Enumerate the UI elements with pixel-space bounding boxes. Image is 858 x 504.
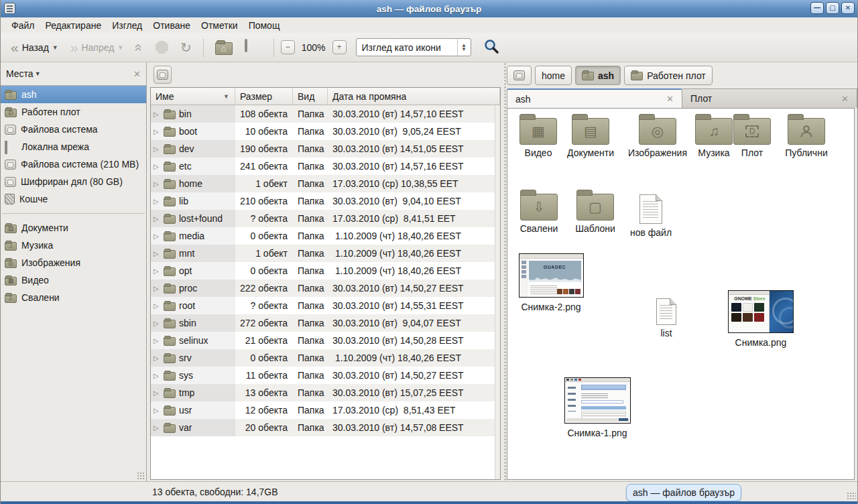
- sidebar-item-11[interactable]: ▦Видео: [1, 271, 146, 289]
- sidebar-item-1[interactable]: DРаботен плот: [1, 103, 146, 121]
- sidebar-mode-chevron-icon[interactable]: ▼: [35, 70, 41, 77]
- window-menu-icon[interactable]: [4, 3, 15, 14]
- column-header-0[interactable]: Име▼: [151, 88, 235, 105]
- expander-icon[interactable]: ▷: [154, 337, 160, 344]
- file-item-list[interactable]: list: [641, 298, 691, 338]
- expander-icon[interactable]: ▷: [154, 111, 160, 118]
- expander-icon[interactable]: ▷: [154, 145, 160, 153]
- view-mode-select[interactable]: Изглед като икони ▲▼: [356, 38, 471, 56]
- file-item-Снимка-1.png[interactable]: Снимка-1.png: [562, 377, 632, 438]
- path-button-Работен плот[interactable]: Работен плот: [624, 66, 713, 85]
- home-button[interactable]: [210, 38, 237, 58]
- expander-icon[interactable]: ▷: [154, 198, 160, 205]
- table-row[interactable]: ▷mnt1 обектПапка 1.10.2009 (чт) 18,40,26…: [151, 245, 495, 262]
- menu-item-2[interactable]: Изглед: [107, 19, 147, 32]
- column-header-3[interactable]: Дата на промяна: [328, 88, 500, 105]
- zoom-in-button[interactable]: +: [332, 40, 347, 54]
- folder-item-Шаблони[interactable]: ▢Шаблони: [566, 188, 625, 234]
- zoom-out-button[interactable]: −: [281, 40, 295, 54]
- table-row[interactable]: ▷lib210 обектаПапка30.03.2010 (вт) 9,04,…: [151, 192, 495, 210]
- sidebar-resize-grip[interactable]: [137, 472, 145, 480]
- reload-button[interactable]: ↻: [176, 39, 196, 56]
- table-row[interactable]: ▷boot10 обектаПапка30.03.2010 (вт) 9,05,…: [151, 123, 495, 140]
- expander-icon[interactable]: ▷: [154, 389, 160, 397]
- menu-item-5[interactable]: Помощ: [243, 19, 286, 32]
- icon-view[interactable]: ▦Видео▤Документи◎Изображения♫МузикаDПлот…: [507, 108, 855, 480]
- sidebar-item-8[interactable]: ▤Документи: [1, 219, 146, 237]
- titlebar[interactable]: ash — файлов браузър — ▢ ✕: [1, 0, 857, 17]
- sidebar-item-12[interactable]: ⇩Свалени: [1, 289, 146, 306]
- sidebar-item-5[interactable]: Шифриран дял (80 GB): [1, 173, 146, 190]
- file-item-нов файл[interactable]: нов файл: [621, 188, 680, 238]
- expander-icon[interactable]: ▷: [154, 407, 160, 414]
- sidebar-item-9[interactable]: ♫Музика: [1, 237, 146, 254]
- maximize-button[interactable]: ▢: [826, 2, 839, 14]
- expander-icon[interactable]: ▷: [154, 372, 160, 379]
- table-row[interactable]: ▷tmp13 обектаПапка30.03.2010 (вт) 15,07,…: [151, 384, 495, 401]
- menu-item-1[interactable]: Редактиране: [40, 19, 107, 32]
- sidebar-item-2[interactable]: Файлова система: [1, 121, 146, 138]
- table-row[interactable]: ▷home1 обектПапка17.03.2010 (ср) 10,38,5…: [151, 175, 495, 192]
- expander-icon[interactable]: ▷: [154, 180, 160, 188]
- expander-icon[interactable]: ▷: [154, 250, 160, 257]
- table-row[interactable]: ▷sys11 обектаПапка30.03.2010 (вт) 14,50,…: [151, 367, 495, 384]
- table-row[interactable]: ▷usr12 обектаПапка17.03.2010 (ср) 8,51,4…: [151, 401, 495, 419]
- table-row[interactable]: ▷lost+found? обектаПапка17.03.2010 (ср) …: [151, 210, 495, 227]
- menu-item-4[interactable]: Отметки: [196, 19, 243, 32]
- table-row[interactable]: ▷media0 обектаПапка 1.10.2009 (чт) 18,40…: [151, 227, 495, 245]
- expander-icon[interactable]: ▷: [154, 233, 160, 240]
- expander-icon[interactable]: ▷: [154, 163, 160, 170]
- expander-icon[interactable]: ▷: [154, 215, 160, 223]
- forward-button[interactable]: » Напред ▼: [66, 39, 129, 56]
- back-button[interactable]: « Назад ▼: [6, 39, 63, 56]
- close-button[interactable]: ✕: [841, 2, 855, 14]
- table-row[interactable]: ▷proc222 обектаПапка30.03.2010 (вт) 14,5…: [151, 279, 495, 297]
- expander-icon[interactable]: ▷: [154, 302, 160, 310]
- menu-item-3[interactable]: Отиване: [147, 19, 196, 32]
- table-row[interactable]: ▷dev190 обектаПапка30.03.2010 (вт) 14,51…: [151, 140, 495, 158]
- back-history-chevron-icon[interactable]: ▼: [52, 44, 58, 51]
- sidebar-item-0[interactable]: ⌂ash: [1, 86, 146, 103]
- table-row[interactable]: ▷opt0 обектаПапка 1.10.2009 (чт) 18,40,2…: [151, 262, 495, 279]
- table-row[interactable]: ▷var20 обектаПапка30.03.2010 (вт) 14,57,…: [151, 419, 495, 436]
- path-button-ash[interactable]: ⌂ash: [575, 66, 621, 85]
- table-row[interactable]: ▷root? обектаПапка30.03.2010 (вт) 14,55,…: [151, 297, 495, 314]
- tab-close-icon[interactable]: ✕: [666, 94, 674, 104]
- sidebar-item-10[interactable]: ◎Изображения: [1, 254, 146, 271]
- column-header-2[interactable]: Вид: [293, 88, 328, 105]
- expander-icon[interactable]: ▷: [154, 424, 160, 432]
- folder-item-Видео[interactable]: ▦Видео: [509, 113, 568, 158]
- table-row[interactable]: ▷srv0 обектаПапка 1.10.2009 (чт) 18,40,2…: [151, 349, 495, 367]
- file-item-Снимка.png[interactable]: GNOME StoreСнимка.png: [726, 290, 796, 348]
- minimize-button[interactable]: —: [810, 2, 824, 14]
- sidebar-item-6[interactable]: Кошче: [1, 190, 146, 208]
- table-row[interactable]: ▷selinux21 обектаПапка30.03.2010 (вт) 14…: [151, 332, 495, 349]
- expander-icon[interactable]: ▷: [154, 267, 160, 275]
- folder-item-Публични[interactable]: Публични: [777, 113, 836, 158]
- stop-button[interactable]: [151, 38, 173, 56]
- root-directory-button[interactable]: [154, 66, 172, 84]
- path-button-home[interactable]: home: [535, 66, 572, 85]
- sidebar-item-3[interactable]: Локална мрежа: [1, 138, 146, 155]
- path-button-root[interactable]: [507, 66, 532, 85]
- tab-close-icon[interactable]: ✕: [841, 94, 849, 104]
- tree-scrollbar[interactable]: [495, 105, 500, 479]
- folder-item-Плот[interactable]: DПлот: [730, 113, 774, 158]
- sidebar-item-4[interactable]: Файлова система (210 MB): [1, 155, 146, 173]
- tab-ash[interactable]: ash✕: [507, 88, 682, 108]
- folder-item-Изображения[interactable]: ◎Изображения: [627, 113, 688, 158]
- expander-icon[interactable]: ▷: [154, 128, 160, 135]
- menu-item-0[interactable]: Файл: [6, 19, 40, 32]
- search-icon[interactable]: [483, 38, 499, 56]
- table-row[interactable]: ▷etc241 обектаПапка30.03.2010 (вт) 14,57…: [151, 158, 495, 175]
- sidebar-close-icon[interactable]: ✕: [133, 69, 141, 79]
- computer-button[interactable]: [240, 38, 267, 58]
- table-row[interactable]: ▷sbin272 обектаПапка30.03.2010 (вт) 9,04…: [151, 314, 495, 332]
- up-button[interactable]: «: [131, 40, 148, 56]
- column-header-1[interactable]: Размер: [235, 88, 293, 105]
- folder-item-Свалени[interactable]: ⇩Свалени: [509, 188, 568, 234]
- window-resize-grip[interactable]: [847, 492, 856, 500]
- expander-icon[interactable]: ▷: [154, 285, 160, 292]
- table-row[interactable]: ▷bin108 обектаПапка30.03.2010 (вт) 14,57…: [151, 105, 495, 123]
- tab-Плот[interactable]: Плот✕: [682, 88, 857, 108]
